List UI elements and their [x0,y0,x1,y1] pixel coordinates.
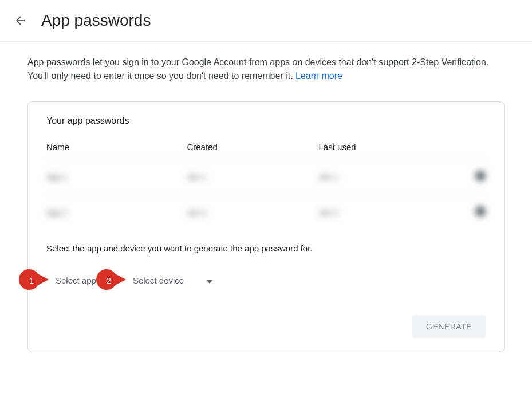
callout-number: 1 [29,276,34,285]
select-device-label: Select device [133,276,184,285]
description-body: App passwords let you sign in to your Go… [27,57,488,81]
select-instruction: Select the app and device you want to ge… [46,243,486,253]
page-title: App passwords [41,11,151,30]
table-row: App 2 Jan 2 Jan 2 [46,194,486,230]
row-created: Jan 2 [187,208,318,217]
table-header: Name Created Last used [46,142,486,159]
select-app-label: Select app [56,276,96,285]
column-last-used: Last used [319,142,451,152]
callout-badge-2: 2 [96,269,126,292]
select-app-dropdown[interactable]: Select app [56,272,96,289]
row-name: App 1 [46,172,187,182]
row-created: Jan 1 [187,172,318,182]
chevron-down-icon [207,276,212,285]
row-name: App 2 [46,208,187,217]
table-row: App 1 Jan 1 Jan 1 [46,159,486,194]
callout-number: 2 [107,276,111,285]
card-title: Your app passwords [46,116,486,126]
row-last-used: Jan 2 [319,208,451,217]
learn-more-link[interactable]: Learn more [295,71,342,81]
row-last-used: Jan 1 [319,172,451,182]
description-text: App passwords let you sign in to your Go… [27,56,505,83]
delete-icon[interactable] [475,206,486,217]
callout-badge-1: 1 [19,269,49,292]
column-name: Name [46,142,187,152]
app-passwords-card: Your app passwords Name Created Last use… [27,101,505,352]
back-arrow-icon[interactable] [14,14,27,27]
delete-icon[interactable] [475,171,486,181]
select-device-dropdown[interactable]: Select device [133,272,212,289]
generate-button[interactable]: GENERATE [412,315,486,338]
column-created: Created [187,142,318,152]
